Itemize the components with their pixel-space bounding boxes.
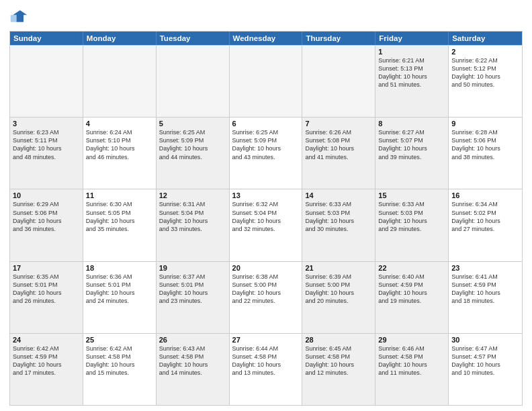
day-info: Sunrise: 6:30 AM Sunset: 5:05 PM Dayligh…: [86, 200, 153, 233]
calendar-cell: 1Sunrise: 6:21 AM Sunset: 5:13 PM Daylig…: [375, 46, 449, 117]
day-number: 13: [232, 191, 300, 199]
weekday-header-saturday: Saturday: [449, 32, 522, 45]
day-number: 16: [451, 191, 519, 199]
day-number: 27: [232, 336, 300, 344]
logo-icon: [9, 7, 28, 26]
page: SundayMondayTuesdayWednesdayThursdayFrid…: [0, 0, 532, 411]
calendar-cell: 14Sunrise: 6:33 AM Sunset: 5:03 PM Dayli…: [302, 189, 375, 261]
day-info: Sunrise: 6:37 AM Sunset: 5:01 PM Dayligh…: [159, 273, 226, 306]
day-info: Sunrise: 6:24 AM Sunset: 5:10 PM Dayligh…: [86, 128, 153, 161]
day-number: 28: [305, 336, 372, 344]
calendar-cell: 9Sunrise: 6:28 AM Sunset: 5:06 PM Daylig…: [449, 118, 522, 189]
calendar-header: SundayMondayTuesdayWednesdayThursdayFrid…: [10, 32, 522, 45]
day-number: 30: [451, 336, 519, 344]
calendar-cell: 11Sunrise: 6:30 AM Sunset: 5:05 PM Dayli…: [83, 189, 157, 261]
calendar-cell: 22Sunrise: 6:40 AM Sunset: 4:59 PM Dayli…: [375, 262, 449, 333]
day-number: 21: [305, 264, 372, 272]
calendar: SundayMondayTuesdayWednesdayThursdayFrid…: [9, 31, 523, 406]
calendar-week-1: 1Sunrise: 6:21 AM Sunset: 5:13 PM Daylig…: [10, 45, 522, 117]
day-number: 4: [86, 120, 153, 128]
day-info: Sunrise: 6:27 AM Sunset: 5:07 PM Dayligh…: [378, 128, 445, 161]
day-number: 5: [159, 120, 226, 128]
day-info: Sunrise: 6:29 AM Sunset: 5:06 PM Dayligh…: [13, 200, 80, 233]
day-number: 7: [305, 120, 372, 128]
calendar-cell: 21Sunrise: 6:39 AM Sunset: 5:00 PM Dayli…: [302, 262, 375, 333]
day-number: 2: [451, 48, 519, 56]
weekday-header-monday: Monday: [83, 32, 157, 45]
day-info: Sunrise: 6:28 AM Sunset: 5:06 PM Dayligh…: [451, 128, 519, 161]
day-info: Sunrise: 6:25 AM Sunset: 5:09 PM Dayligh…: [232, 128, 300, 161]
weekday-header-wednesday: Wednesday: [230, 32, 303, 45]
day-number: 18: [86, 264, 153, 272]
day-number: 15: [378, 191, 445, 199]
day-info: Sunrise: 6:45 AM Sunset: 4:58 PM Dayligh…: [305, 345, 372, 377]
day-number: 9: [451, 120, 519, 128]
weekday-header-thursday: Thursday: [302, 32, 375, 45]
day-info: Sunrise: 6:36 AM Sunset: 5:01 PM Dayligh…: [86, 273, 153, 306]
calendar-cell: [83, 46, 157, 117]
logo: [9, 7, 31, 26]
weekday-header-tuesday: Tuesday: [157, 32, 230, 45]
day-info: Sunrise: 6:41 AM Sunset: 4:59 PM Dayligh…: [451, 273, 519, 306]
svg-rect-2: [11, 15, 17, 22]
day-number: 3: [13, 120, 80, 128]
calendar-cell: 26Sunrise: 6:43 AM Sunset: 4:58 PM Dayli…: [157, 334, 230, 405]
calendar-cell: [10, 46, 83, 117]
calendar-cell: 30Sunrise: 6:47 AM Sunset: 4:57 PM Dayli…: [449, 334, 522, 405]
calendar-cell: [157, 46, 230, 117]
day-info: Sunrise: 6:46 AM Sunset: 4:58 PM Dayligh…: [378, 345, 445, 377]
day-info: Sunrise: 6:43 AM Sunset: 4:58 PM Dayligh…: [159, 345, 226, 377]
calendar-cell: 15Sunrise: 6:33 AM Sunset: 5:03 PM Dayli…: [375, 189, 449, 261]
day-info: Sunrise: 6:44 AM Sunset: 4:58 PM Dayligh…: [232, 345, 300, 377]
day-number: 11: [86, 191, 153, 199]
day-info: Sunrise: 6:42 AM Sunset: 4:58 PM Dayligh…: [86, 345, 153, 377]
weekday-header-sunday: Sunday: [10, 32, 83, 45]
day-number: 6: [232, 120, 300, 128]
day-number: 26: [159, 336, 226, 344]
day-number: 10: [13, 191, 80, 199]
calendar-cell: [230, 46, 303, 117]
calendar-week-2: 3Sunrise: 6:23 AM Sunset: 5:11 PM Daylig…: [10, 117, 522, 189]
calendar-cell: 24Sunrise: 6:42 AM Sunset: 4:59 PM Dayli…: [10, 334, 83, 405]
day-info: Sunrise: 6:33 AM Sunset: 5:03 PM Dayligh…: [378, 200, 445, 233]
day-number: 8: [378, 120, 445, 128]
calendar-cell: 10Sunrise: 6:29 AM Sunset: 5:06 PM Dayli…: [10, 189, 83, 261]
calendar-cell: 18Sunrise: 6:36 AM Sunset: 5:01 PM Dayli…: [83, 262, 157, 333]
day-info: Sunrise: 6:35 AM Sunset: 5:01 PM Dayligh…: [13, 273, 80, 306]
day-number: 19: [159, 264, 226, 272]
day-number: 22: [378, 264, 445, 272]
calendar-cell: 2Sunrise: 6:22 AM Sunset: 5:12 PM Daylig…: [449, 46, 522, 117]
day-info: Sunrise: 6:38 AM Sunset: 5:00 PM Dayligh…: [232, 273, 300, 306]
calendar-cell: 16Sunrise: 6:34 AM Sunset: 5:02 PM Dayli…: [449, 189, 522, 261]
calendar-week-5: 24Sunrise: 6:42 AM Sunset: 4:59 PM Dayli…: [10, 333, 522, 405]
day-info: Sunrise: 6:39 AM Sunset: 5:00 PM Dayligh…: [305, 273, 372, 306]
calendar-cell: 29Sunrise: 6:46 AM Sunset: 4:58 PM Dayli…: [375, 334, 449, 405]
day-info: Sunrise: 6:21 AM Sunset: 5:13 PM Dayligh…: [378, 56, 445, 89]
day-info: Sunrise: 6:25 AM Sunset: 5:09 PM Dayligh…: [159, 128, 226, 161]
weekday-header-friday: Friday: [375, 32, 449, 45]
calendar-cell: 3Sunrise: 6:23 AM Sunset: 5:11 PM Daylig…: [10, 118, 83, 189]
calendar-body: 1Sunrise: 6:21 AM Sunset: 5:13 PM Daylig…: [10, 45, 522, 405]
calendar-cell: 25Sunrise: 6:42 AM Sunset: 4:58 PM Dayli…: [83, 334, 157, 405]
header: [9, 7, 523, 26]
day-number: 12: [159, 191, 226, 199]
calendar-week-3: 10Sunrise: 6:29 AM Sunset: 5:06 PM Dayli…: [10, 189, 522, 261]
calendar-cell: 17Sunrise: 6:35 AM Sunset: 5:01 PM Dayli…: [10, 262, 83, 333]
day-number: 23: [451, 264, 519, 272]
day-info: Sunrise: 6:34 AM Sunset: 5:02 PM Dayligh…: [451, 200, 519, 233]
day-info: Sunrise: 6:47 AM Sunset: 4:57 PM Dayligh…: [451, 345, 519, 377]
day-info: Sunrise: 6:42 AM Sunset: 4:59 PM Dayligh…: [13, 345, 80, 377]
day-info: Sunrise: 6:26 AM Sunset: 5:08 PM Dayligh…: [305, 128, 372, 161]
calendar-cell: 7Sunrise: 6:26 AM Sunset: 5:08 PM Daylig…: [302, 118, 375, 189]
day-info: Sunrise: 6:33 AM Sunset: 5:03 PM Dayligh…: [305, 200, 372, 233]
calendar-cell: 27Sunrise: 6:44 AM Sunset: 4:58 PM Dayli…: [230, 334, 303, 405]
calendar-cell: 12Sunrise: 6:31 AM Sunset: 5:04 PM Dayli…: [157, 189, 230, 261]
day-number: 14: [305, 191, 372, 199]
calendar-cell: 23Sunrise: 6:41 AM Sunset: 4:59 PM Dayli…: [449, 262, 522, 333]
calendar-cell: 5Sunrise: 6:25 AM Sunset: 5:09 PM Daylig…: [157, 118, 230, 189]
calendar-cell: 6Sunrise: 6:25 AM Sunset: 5:09 PM Daylig…: [230, 118, 303, 189]
calendar-cell: 8Sunrise: 6:27 AM Sunset: 5:07 PM Daylig…: [375, 118, 449, 189]
calendar-cell: 4Sunrise: 6:24 AM Sunset: 5:10 PM Daylig…: [83, 118, 157, 189]
calendar-cell: 20Sunrise: 6:38 AM Sunset: 5:00 PM Dayli…: [230, 262, 303, 333]
day-info: Sunrise: 6:22 AM Sunset: 5:12 PM Dayligh…: [451, 56, 519, 89]
